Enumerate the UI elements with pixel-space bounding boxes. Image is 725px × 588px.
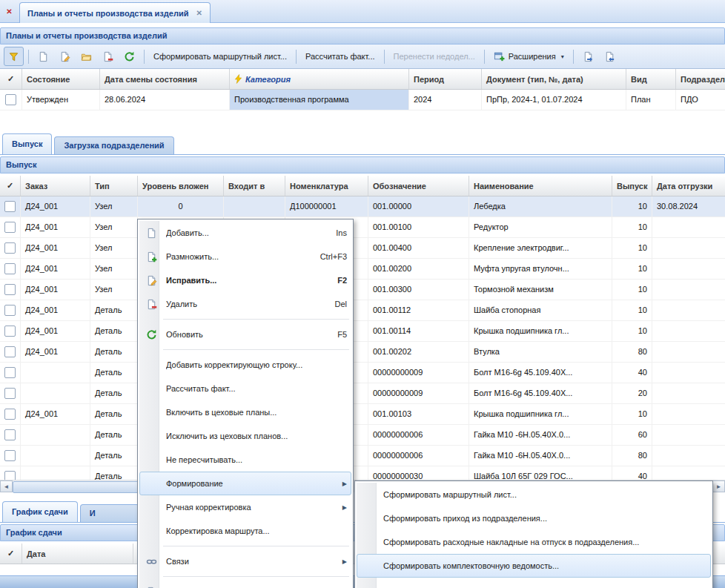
- edit-doc-button[interactable]: [55, 47, 75, 66]
- menu-item[interactable]: Исключить из цеховых планов...: [139, 424, 351, 448]
- tab-выпуск[interactable]: Выпуск: [2, 133, 52, 154]
- export-button[interactable]: [578, 47, 598, 66]
- menu-item[interactable]: Исправить...F2: [139, 268, 351, 292]
- column-header[interactable]: Заказ: [21, 176, 90, 196]
- column-header[interactable]: Обозначение: [368, 176, 469, 196]
- table-cell: 10: [612, 280, 652, 300]
- tab-график-сдачи[interactable]: График сдачи: [2, 501, 78, 522]
- row-checkbox[interactable]: [4, 388, 16, 399]
- tab-и[interactable]: И: [80, 504, 139, 522]
- menu-item[interactable]: Рассчитать факт...: [139, 377, 351, 400]
- row-checkbox[interactable]: [4, 263, 16, 274]
- document-tab[interactable]: Планы и отчеты производства изделий ✕: [19, 2, 211, 23]
- dropdown-arrow-icon: ▾: [561, 53, 564, 60]
- column-header[interactable]: Дата смены состояния: [100, 69, 230, 89]
- column-header[interactable]: Дата: [22, 544, 133, 564]
- menu-item[interactable]: Сформировать расходные накладные на отпу…: [357, 530, 711, 554]
- menu-item[interactable]: Ручная корректировка▶: [139, 495, 351, 519]
- column-header-label: Выпуск: [617, 182, 647, 191]
- column-header[interactable]: Документ (тип, №, дата): [482, 69, 626, 89]
- table-row[interactable]: Д24_001Узел001.00100Редуктор10: [0, 217, 725, 238]
- table-cell: ПрПр, 2024-1, 01.07.2024: [482, 90, 626, 110]
- table-cell: Крепление электродвиг...: [469, 238, 612, 258]
- table-row[interactable]: Д24_001Узел0Д100000001001.00000Лебедка10…: [0, 196, 725, 217]
- column-header[interactable]: Тип: [90, 176, 138, 196]
- column-header[interactable]: Подразделение: [676, 69, 725, 89]
- row-checkbox[interactable]: [4, 450, 16, 461]
- menu-item[interactable]: Не пересчитывать...: [139, 448, 351, 472]
- select-all-column-header[interactable]: ✓: [0, 544, 22, 564]
- scroll-right-button[interactable]: ►: [712, 480, 725, 492]
- menu-item[interactable]: Связи▶: [139, 549, 351, 573]
- menu-item[interactable]: Добавить корректирующую строку...: [139, 353, 351, 377]
- table-cell: Д100000001: [285, 196, 368, 217]
- column-header[interactable]: Вид: [626, 69, 676, 89]
- row-checkbox[interactable]: [4, 222, 16, 233]
- table-row[interactable]: Утвержден28.06.2024Производственная прог…: [0, 90, 725, 110]
- select-all-column-header[interactable]: ✓: [0, 176, 21, 196]
- toolbar-button[interactable]: Рассчитать факт...: [300, 47, 380, 65]
- table-row[interactable]: Д24_001Деталь001.00114Крышка подшипника …: [0, 321, 725, 342]
- table-row[interactable]: Деталь00000000006Гайка М10 -6Н.05.40Х.0.…: [0, 425, 725, 446]
- delete-doc-button[interactable]: [98, 47, 118, 66]
- row-checkbox[interactable]: [4, 305, 16, 316]
- menu-item[interactable]: Добавить...Ins: [139, 221, 351, 245]
- menu-item[interactable]: Включить в цеховые планы...: [139, 400, 351, 424]
- table-cell: Д24_001: [21, 404, 90, 424]
- menu-item[interactable]: Корректировка маршрута...: [139, 519, 351, 543]
- column-header[interactable]: Наименование: [469, 176, 612, 196]
- column-header[interactable]: Период: [409, 69, 482, 89]
- open-folder-button[interactable]: [76, 47, 96, 66]
- row-checkbox[interactable]: [4, 367, 16, 378]
- import-button[interactable]: [600, 47, 620, 66]
- table-row[interactable]: Деталь00000000009Болт М16-6g 45.109.40Х.…: [0, 383, 725, 404]
- menu-item[interactable]: ОбновитьF5: [139, 323, 351, 346]
- row-checkbox[interactable]: [4, 346, 16, 357]
- row-checkbox[interactable]: [4, 409, 16, 420]
- table-row[interactable]: Д24_001Деталь001.00112Шайба стопорная10: [0, 300, 725, 321]
- menu-item[interactable]: Сформировать комплектовочную ведомость..…: [357, 554, 711, 578]
- menu-item[interactable]: Сформировать приход из подразделения...: [357, 506, 711, 530]
- table-row[interactable]: Деталь00000000009Болт М16-6g 45.109.40Х.…: [0, 363, 725, 383]
- column-header[interactable]: Выпуск: [612, 176, 652, 196]
- table-row[interactable]: Д24_001Деталь001.00103Крышка подшипника …: [0, 404, 725, 425]
- row-checkbox[interactable]: [5, 94, 16, 105]
- scroll-left-button[interactable]: ◄: [0, 480, 13, 492]
- column-header[interactable]: Категория: [230, 69, 409, 89]
- new-doc-button[interactable]: [33, 47, 53, 66]
- column-header[interactable]: Состояние: [22, 69, 100, 89]
- row-checkbox[interactable]: [4, 284, 16, 295]
- table-cell: Редуктор: [469, 217, 612, 237]
- tab-close-icon[interactable]: ✕: [196, 9, 202, 17]
- row-checkbox[interactable]: [4, 326, 16, 337]
- menu-item[interactable]: УдалитьDel: [139, 292, 351, 316]
- table-row[interactable]: Деталь00000000030Шайба 10Л 65Г 029 ГОС..…: [0, 466, 725, 480]
- table-row[interactable]: Д24_001Деталь001.00202Втулка80: [0, 342, 725, 363]
- toolbar-right-icons: [577, 47, 620, 66]
- row-checkbox[interactable]: [4, 429, 16, 440]
- filter-button[interactable]: [4, 47, 24, 66]
- extensions-button-label: Расширения: [509, 52, 556, 61]
- select-all-column-header[interactable]: ✓: [0, 69, 22, 89]
- lightning-icon: [234, 74, 242, 84]
- row-checkbox[interactable]: [4, 242, 16, 254]
- extensions-button[interactable]: Расширения ▾: [489, 47, 569, 65]
- menu-item[interactable]: Сформировать маршрутный лист...: [357, 483, 711, 506]
- table-row[interactable]: Д24_001Узел001.00300Тормозной механизм10: [0, 280, 725, 300]
- menu-item[interactable]: Формирование▶: [139, 472, 351, 495]
- table-row[interactable]: Д24_001Узел001.00400Крепление электродви…: [0, 238, 725, 259]
- column-header[interactable]: Дата отгрузки: [652, 176, 725, 196]
- row-checkbox[interactable]: [4, 471, 16, 480]
- close-tab-button[interactable]: ✕: [4, 6, 15, 17]
- menu-item[interactable]: Размножить...Ctrl+F3: [139, 245, 351, 268]
- column-header[interactable]: Уровень вложен: [138, 176, 224, 196]
- column-header[interactable]: Входит в: [224, 176, 285, 196]
- tab-загрузка-подразделений[interactable]: Загрузка подразделений: [54, 136, 173, 154]
- row-checkbox[interactable]: [4, 201, 16, 212]
- table-row[interactable]: Деталь00000000006Гайка М10 -6Н.05.40Х.0.…: [0, 446, 725, 466]
- menu-item[interactable]: [139, 580, 351, 588]
- table-row[interactable]: Д24_001Узел001.00200Муфта упругая втулоч…: [0, 259, 725, 280]
- toolbar-button[interactable]: Сформировать маршрутный лист...: [148, 47, 292, 65]
- column-header[interactable]: Номенклатура: [285, 176, 368, 196]
- refresh-button[interactable]: [119, 47, 139, 66]
